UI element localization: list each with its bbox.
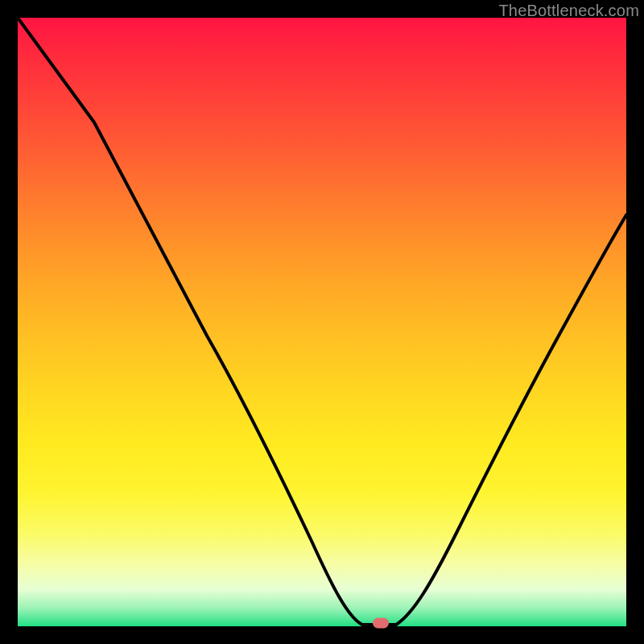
chart-frame: TheBottleneck.com <box>0 0 644 644</box>
curve-svg <box>18 18 626 626</box>
plot-area <box>18 18 626 626</box>
bottleneck-curve-path <box>18 18 626 625</box>
optimal-point-marker <box>373 618 389 629</box>
watermark-text: TheBottleneck.com <box>498 2 639 20</box>
